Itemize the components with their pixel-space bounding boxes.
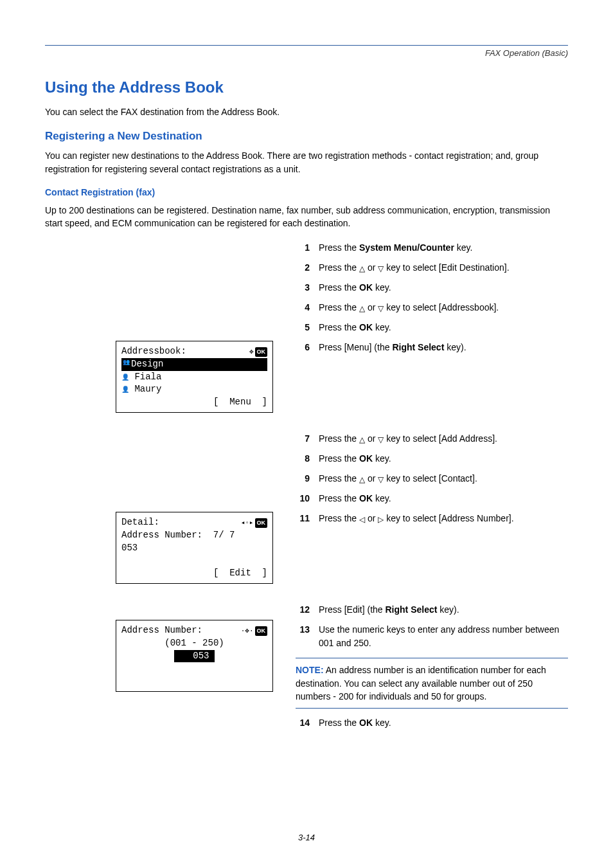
person-icon: 👤 [121, 386, 129, 393]
lcd-row: Maury [134, 384, 161, 394]
step-number: 4 [296, 301, 310, 314]
step-12: 12 Press [Edit] (the Right Select key). [296, 603, 568, 617]
note-box: NOTE: An address number is an identifica… [296, 658, 568, 709]
lcd-row: Fiala [134, 372, 161, 382]
step-text: Press the △ or ▽ key to select [Contact]… [319, 472, 568, 485]
block-2: Addressbook: ✥OK 👥Design 👤 Fiala 👤 Maury… [45, 341, 568, 413]
steps-list-3: 7 Press the △ or ▽ key to select [Add Ad… [296, 432, 568, 505]
step-number: 12 [296, 603, 310, 617]
header-rule [45, 45, 568, 46]
steps-list-6: 14 Press the OK key. [296, 716, 568, 730]
lcd-panel-address-number: Address Number: ∙✥∙OK (001 - 250) 053 [116, 620, 273, 692]
note-label: NOTE: [296, 665, 324, 675]
step-number: 11 [296, 512, 310, 525]
step-number: 1 [296, 241, 310, 255]
steps-list-5: 12 Press [Edit] (the Right Select key). … [296, 603, 568, 650]
step-5: 5 Press the OK key. [296, 321, 568, 334]
step-text: Press the △ or ▽ key to select [Addressb… [319, 301, 568, 314]
lcd-softkey: [ Edit ] [213, 567, 267, 580]
lcd-row: 053 [121, 542, 138, 555]
lcd-title: Detail: [121, 516, 159, 529]
subsection-title: Registering a New Destination [45, 130, 568, 143]
step-6: 6 Press [Menu] (the Right Select key). [296, 341, 568, 354]
step-text: Press the OK key. [319, 281, 568, 294]
step-3: 3 Press the OK key. [296, 281, 568, 294]
step-number: 14 [296, 716, 310, 730]
block-1: 1 Press the System Menu/Counter key. 2 P… [45, 241, 568, 341]
up-triangle-icon: △ [359, 303, 365, 314]
subsubsection-title: Contact Registration (fax) [45, 187, 568, 197]
step-number: 7 [296, 432, 310, 446]
up-triangle-icon: △ [359, 263, 365, 275]
lcd-panel-addressbook: Addressbook: ✥OK 👥Design 👤 Fiala 👤 Maury… [116, 341, 273, 413]
step-text: Use the numeric keys to enter any addres… [319, 623, 568, 650]
lcd-title: Address Number: [121, 624, 202, 637]
step-number: 2 [296, 261, 310, 275]
step-4: 4 Press the △ or ▽ key to select [Addres… [296, 301, 568, 314]
person-icon: 👤 [121, 374, 129, 381]
lcd-range: (001 - 250) [164, 637, 224, 650]
step-text: Press the OK key. [319, 321, 568, 334]
down-triangle-icon: ▽ [378, 303, 384, 314]
step-number: 9 [296, 472, 310, 485]
steps-list-2: 6 Press [Menu] (the Right Select key). [296, 341, 568, 354]
lcd-softkey: [ Menu ] [213, 396, 267, 409]
subsubsection-paragraph: Up to 200 destinations can be registered… [45, 204, 568, 230]
step-8: 8 Press the OK key. [296, 452, 568, 466]
step-number: 8 [296, 452, 310, 466]
lcd-row: Design [131, 358, 163, 371]
step-1: 1 Press the System Menu/Counter key. [296, 241, 568, 255]
step-text: Press the OK key. [319, 492, 568, 505]
group-icon: 👥 [123, 358, 130, 371]
step-text: Press the △ or ▽ key to select [Add Addr… [319, 432, 568, 446]
right-triangle-icon: ▷ [378, 514, 384, 525]
step-text: Press [Edit] (the Right Select key). [319, 603, 568, 617]
step-text: Press the OK key. [319, 452, 568, 466]
step-13: 13 Use the numeric keys to enter any add… [296, 623, 568, 650]
step-2: 2 Press the △ or ▽ key to select [Edit D… [296, 261, 568, 275]
intro-paragraph: You can select the FAX destination from … [45, 105, 568, 118]
step-7: 7 Press the △ or ▽ key to select [Add Ad… [296, 432, 568, 446]
step-number: 10 [296, 492, 310, 505]
step-text: Press the System Menu/Counter key. [319, 241, 568, 255]
nav-ok-icon: ✥OK [249, 347, 267, 357]
step-number: 3 [296, 281, 310, 294]
nav-ok-icon: ◂◦▸OK [241, 518, 267, 528]
steps-list-1: 1 Press the System Menu/Counter key. 2 P… [296, 241, 568, 334]
left-triangle-icon: ◁ [359, 514, 365, 525]
step-text: Press the △ or ▽ key to select [Edit Des… [319, 261, 568, 275]
lcd-panel-detail: Detail: ◂◦▸OK Address Number: 7/ 7 053 [… [116, 512, 273, 584]
step-number: 13 [296, 623, 310, 650]
subsection-paragraph: You can register new destinations to the… [45, 149, 568, 176]
up-triangle-icon: △ [359, 474, 365, 485]
step-text: Press the ◁ or ▷ key to select [Address … [319, 512, 568, 525]
lcd-row: Address Number: 7/ 7 [121, 529, 235, 542]
down-triangle-icon: ▽ [378, 474, 384, 485]
page: FAX Operation (Basic) Using the Address … [0, 0, 613, 868]
page-title: Using the Address Book [45, 78, 568, 96]
page-number: 3-14 [0, 833, 613, 842]
up-triangle-icon: △ [359, 434, 365, 446]
block-4: Detail: ◂◦▸OK Address Number: 7/ 7 053 [… [45, 512, 568, 584]
lcd-title: Addressbook: [121, 345, 186, 358]
nav-ok-icon: ∙✥∙OK [241, 626, 267, 636]
step-text: Press [Menu] (the Right Select key). [319, 341, 568, 354]
down-triangle-icon: ▽ [378, 263, 384, 275]
breadcrumb: FAX Operation (Basic) [45, 48, 568, 58]
step-number: 5 [296, 321, 310, 334]
step-9: 9 Press the △ or ▽ key to select [Contac… [296, 472, 568, 485]
lcd-value: 053 [193, 651, 209, 661]
step-10: 10 Press the OK key. [296, 492, 568, 505]
step-11: 11 Press the ◁ or ▷ key to select [Addre… [296, 512, 568, 525]
steps-list-4: 11 Press the ◁ or ▷ key to select [Addre… [296, 512, 568, 525]
down-triangle-icon: ▽ [378, 434, 384, 446]
block-3: 7 Press the △ or ▽ key to select [Add Ad… [45, 432, 568, 512]
step-text: Press the OK key. [319, 716, 568, 730]
note-text: An address number is an identification n… [296, 665, 546, 701]
step-number: 6 [296, 341, 310, 354]
block-5: Address Number: ∙✥∙OK (001 - 250) 053 12… [45, 603, 568, 736]
step-14: 14 Press the OK key. [296, 716, 568, 730]
